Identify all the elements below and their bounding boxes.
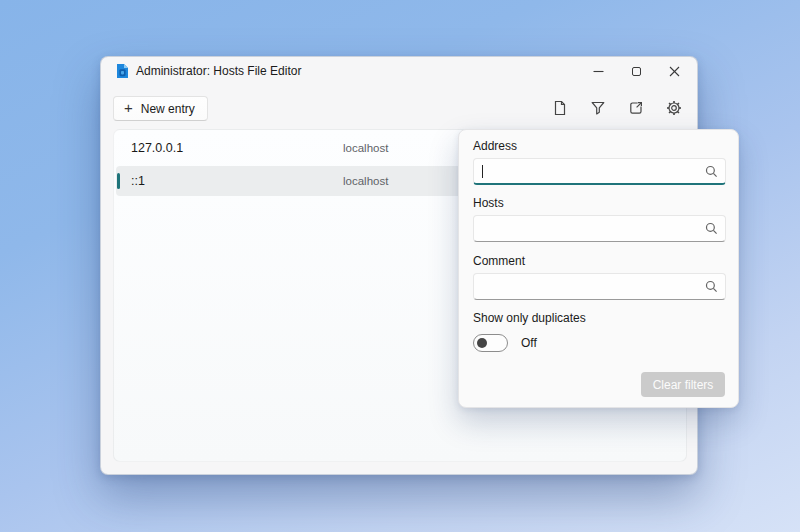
text-caret bbox=[482, 165, 483, 178]
new-file-button[interactable] bbox=[551, 99, 568, 116]
selection-accent-bar bbox=[117, 173, 120, 189]
toggle-state-label: Off bbox=[521, 336, 537, 350]
address-filter-input[interactable] bbox=[473, 158, 726, 185]
search-icon bbox=[705, 165, 718, 178]
settings-icon bbox=[666, 100, 682, 116]
filter-button[interactable] bbox=[589, 99, 606, 116]
comment-label: Comment bbox=[473, 254, 525, 268]
maximize-button[interactable] bbox=[617, 57, 655, 85]
entry-hosts: localhost bbox=[343, 142, 388, 154]
duplicates-label: Show only duplicates bbox=[473, 311, 586, 325]
filter-icon bbox=[590, 100, 606, 116]
minimize-icon bbox=[593, 66, 604, 77]
hosts-filter-input[interactable] bbox=[473, 215, 726, 242]
close-icon bbox=[669, 66, 680, 77]
app-icon bbox=[116, 63, 129, 79]
open-external-button[interactable] bbox=[627, 99, 644, 116]
address-label: Address bbox=[473, 139, 517, 153]
entry-address: 127.0.0.1 bbox=[131, 141, 183, 155]
plus-icon: + bbox=[124, 100, 133, 115]
duplicates-toggle[interactable] bbox=[473, 334, 508, 352]
desktop-background: Administrator: Hosts File Editor + bbox=[0, 0, 800, 532]
window-title: Administrator: Hosts File Editor bbox=[136, 64, 301, 78]
entry-hosts: localhost bbox=[343, 175, 388, 187]
new-file-icon bbox=[552, 100, 568, 116]
hosts-label: Hosts bbox=[473, 196, 504, 210]
search-icon bbox=[705, 222, 718, 235]
new-entry-button[interactable]: + New entry bbox=[113, 96, 208, 121]
search-icon bbox=[705, 280, 718, 293]
title-bar[interactable]: Administrator: Hosts File Editor bbox=[101, 57, 697, 85]
toggle-knob-icon bbox=[477, 338, 487, 348]
close-button[interactable] bbox=[655, 57, 693, 85]
comment-filter-input[interactable] bbox=[473, 273, 726, 300]
minimize-button[interactable] bbox=[579, 57, 617, 85]
entry-address: ::1 bbox=[131, 174, 145, 188]
new-entry-label: New entry bbox=[141, 102, 195, 116]
open-external-icon bbox=[628, 100, 644, 116]
clear-filters-button[interactable]: Clear filters bbox=[641, 372, 725, 397]
maximize-icon bbox=[632, 67, 641, 76]
settings-button[interactable] bbox=[665, 99, 682, 116]
filter-flyout: Address Hosts Comment Show only duplicat… bbox=[458, 129, 739, 408]
